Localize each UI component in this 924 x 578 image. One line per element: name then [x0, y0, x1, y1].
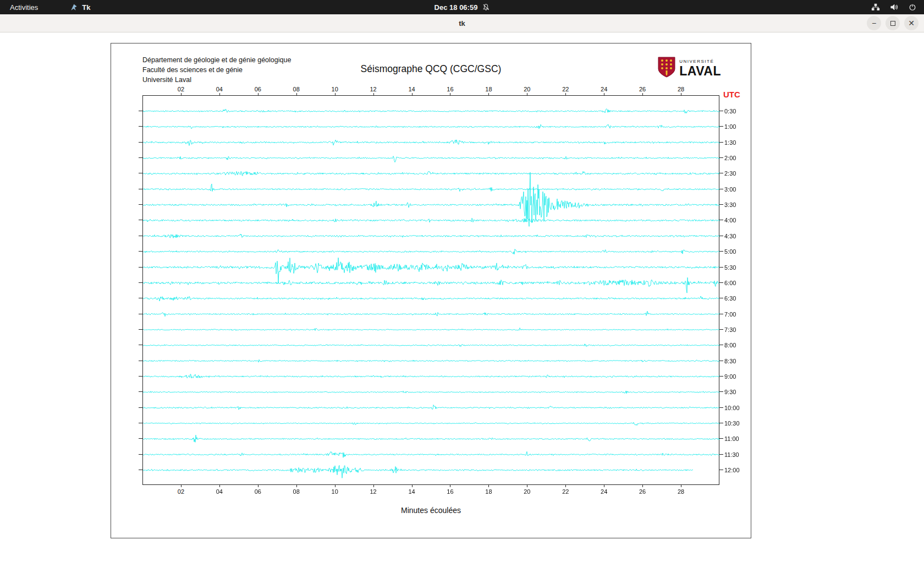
row-time-label: 3:30: [724, 201, 736, 208]
minute-label-bottom: 20: [524, 488, 530, 495]
focused-app-indicator[interactable]: Tk: [70, 3, 90, 12]
minute-label-bottom: 10: [332, 488, 338, 495]
row-time-label: 1:30: [724, 139, 736, 146]
minute-tick-top: [373, 93, 374, 95]
row-tick-right: [719, 236, 723, 236]
minute-tick-top: [181, 93, 182, 95]
row-tick-right: [719, 376, 723, 377]
row-time-label: 5:00: [724, 248, 736, 255]
row-tick-left: [139, 157, 142, 158]
row-tick-left: [139, 142, 142, 143]
row-tick-right: [719, 438, 723, 439]
clock-menu[interactable]: Dec 18 06:59: [435, 3, 490, 12]
window-content: Département de géologie et de génie géol…: [0, 33, 924, 578]
minute-tick-bottom: [642, 485, 643, 487]
row-tick-right: [719, 267, 723, 268]
row-time-label: 11:00: [724, 435, 739, 442]
minute-label-bottom: 14: [408, 488, 415, 495]
row-time-label: 1:00: [724, 123, 736, 130]
minute-tick-top: [258, 93, 258, 95]
notifications-muted-icon: [482, 3, 490, 11]
row-tick-left: [139, 423, 142, 423]
row-tick-left: [139, 391, 142, 392]
minute-label-bottom: 26: [639, 488, 646, 495]
plot-title: Séismographe QCQ (CGC/GSC): [111, 63, 751, 75]
window-title: tk: [459, 19, 465, 28]
power-icon: [909, 3, 916, 11]
minute-label-bottom: 12: [370, 488, 376, 495]
row-tick-left: [139, 251, 142, 252]
minute-label-top: 04: [216, 86, 223, 92]
minute-label-top: 14: [408, 86, 415, 92]
maximize-button[interactable]: [886, 16, 900, 30]
row-time-label: 2:30: [724, 170, 736, 177]
row-tick-left: [139, 454, 142, 455]
header-line-3: Université Laval: [142, 75, 291, 85]
system-status-area[interactable]: [871, 3, 916, 11]
row-time-label: 10:30: [724, 420, 740, 427]
minute-tick-bottom: [681, 485, 681, 487]
minute-tick-bottom: [373, 485, 374, 487]
row-time-label: 6:00: [724, 280, 736, 286]
row-tick-left: [139, 111, 142, 111]
seismogram-traces-canvas: [143, 96, 720, 486]
minute-label-top: 06: [255, 86, 261, 92]
minute-label-top: 28: [678, 86, 684, 92]
minute-tick-bottom: [527, 485, 527, 487]
minute-tick-bottom: [488, 485, 489, 487]
row-tick-right: [719, 423, 723, 423]
minute-tick-top: [335, 93, 336, 95]
gnome-top-bar: Activities Tk Dec 18 06:59: [0, 0, 924, 14]
row-tick-left: [139, 407, 142, 408]
minute-tick-top: [412, 93, 413, 95]
maximize-icon: [890, 21, 895, 26]
row-time-label: 11:30: [724, 451, 739, 458]
minute-tick-bottom: [565, 485, 566, 487]
seismogram-plot-area: [142, 95, 719, 485]
minute-label-top: 24: [601, 86, 607, 92]
row-time-label: 4:30: [724, 233, 736, 239]
row-time-label: 3:00: [724, 186, 736, 193]
row-tick-right: [719, 157, 723, 158]
minute-label-bottom: 16: [447, 488, 453, 495]
row-tick-left: [139, 470, 142, 470]
minute-label-bottom: 22: [562, 488, 569, 495]
network-icon: [871, 3, 880, 11]
row-tick-left: [139, 236, 142, 236]
universite-laval-logo: UNIVERSITÉ LAVAL: [658, 57, 721, 80]
row-time-label: 12:00: [724, 467, 740, 473]
minute-tick-top: [642, 93, 643, 95]
row-tick-left: [139, 329, 142, 330]
row-tick-left: [139, 314, 142, 314]
row-tick-left: [139, 376, 142, 377]
minimize-button[interactable]: −: [867, 16, 881, 30]
minute-label-top: 26: [639, 86, 646, 92]
row-tick-left: [139, 361, 142, 361]
logo-laval-label: LAVAL: [679, 65, 721, 78]
activities-button[interactable]: Activities: [0, 0, 48, 14]
row-time-label: 4:00: [724, 217, 736, 223]
minute-label-bottom: 28: [678, 488, 684, 495]
close-button[interactable]: ✕: [904, 16, 919, 30]
row-tick-right: [719, 345, 723, 345]
x-axis-title: Minutes écoulées: [111, 506, 751, 515]
row-time-label: 5:30: [724, 264, 736, 271]
minute-tick-top: [681, 93, 681, 95]
row-tick-right: [719, 407, 723, 408]
minute-tick-top: [565, 93, 566, 95]
window-titlebar[interactable]: tk − ✕: [0, 14, 924, 32]
focused-app-name: Tk: [82, 3, 90, 12]
row-tick-right: [719, 204, 723, 205]
minute-label-top: 20: [524, 86, 530, 92]
row-tick-left: [139, 298, 142, 298]
minute-tick-bottom: [181, 485, 182, 487]
minute-label-bottom: 24: [601, 488, 607, 495]
seismograph-panel: Département de géologie et de génie géol…: [111, 43, 751, 538]
minute-tick-bottom: [219, 485, 220, 487]
minute-tick-top: [219, 93, 220, 95]
row-tick-right: [719, 189, 723, 189]
row-time-label: 8:00: [724, 342, 736, 348]
row-tick-left: [139, 189, 142, 189]
minute-tick-bottom: [450, 485, 450, 487]
row-tick-left: [139, 220, 142, 220]
